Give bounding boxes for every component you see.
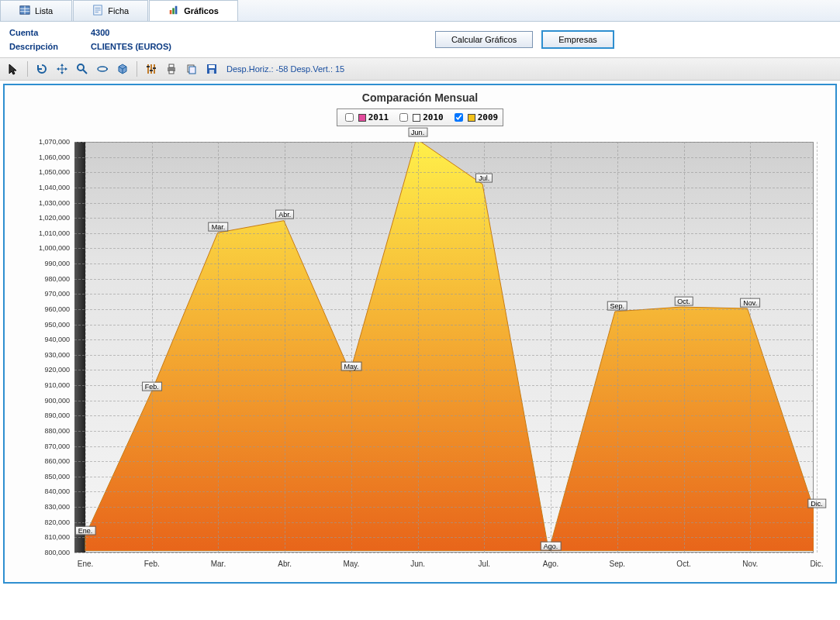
svg-rect-19 [147,66,150,67]
point-label: Ene. [75,526,96,536]
svg-point-13 [78,64,84,71]
y-tick: 860,000 [19,457,74,465]
y-tick: 960,000 [19,305,74,313]
chart-title: Comparación Mensual [11,91,829,104]
gridline-h [74,264,814,264]
gridline-h [74,248,814,249]
point-label: Feb. [142,381,162,391]
gridline-h [74,188,814,188]
y-tick: 950,000 [19,321,74,329]
copy-icon[interactable] [183,60,200,78]
x-tick: May. [343,560,359,568]
svg-rect-23 [169,64,174,67]
y-tick: 1,020,000 [19,214,74,222]
svg-rect-26 [189,67,195,74]
gridline-h [74,218,814,219]
info-panel: Cuenta 4300 Descripción CLIENTES (EUROS)… [0,22,840,57]
svg-rect-29 [209,70,214,74]
legend-item-2009[interactable]: 2009 [451,111,499,124]
legend-item-2011[interactable]: 2011 [342,111,389,124]
undo-icon[interactable] [33,60,50,78]
gridline-h [74,401,814,401]
gridline-h [74,355,814,356]
point-label: Jul. [475,174,493,183]
gridline-h [74,142,814,143]
account-value: 4300 [91,28,109,37]
gridline-h [74,203,814,204]
svg-rect-8 [170,10,172,14]
gridline-h [74,446,814,447]
tab-graficos[interactable]: Gráficos [149,0,238,21]
y-tick: 980,000 [19,275,74,283]
gridline-h [74,325,814,326]
point-label: Dic. [807,499,826,508]
point-label: May. [340,362,361,371]
gridline-h [74,553,814,553]
save-icon[interactable] [203,60,220,78]
gridline-h [74,279,814,280]
rotate-icon[interactable] [94,60,111,78]
gridline-h [74,522,814,523]
zoom-icon[interactable] [74,60,91,78]
gridline-h [74,507,814,508]
x-tick: Nov. [742,560,758,568]
svg-rect-20 [150,70,153,71]
account-label: Cuenta [9,28,67,37]
chart-legend: 201120102009 [11,108,829,126]
legend-checkbox[interactable] [345,113,354,122]
gridline-v [817,142,818,553]
move-icon[interactable] [54,60,71,78]
tab-label: Gráficos [184,6,219,16]
x-tick: Jul. [479,560,491,568]
point-label: Sep. [607,301,628,310]
y-tick: 910,000 [19,381,74,389]
chart-panel: Comparación Mensual 201120102009 800,000… [3,84,837,584]
x-tick: Oct. [676,560,690,568]
gridline-h [74,431,814,432]
x-tick: Ago. [543,560,559,568]
tab-lista[interactable]: Lista [0,0,72,21]
y-tick: 880,000 [19,427,74,435]
point-label: Mar. [209,222,229,231]
print-icon[interactable] [163,60,180,78]
point-label: Oct. [674,297,693,306]
tab-label: Ficha [108,6,129,16]
y-tick: 990,000 [19,260,74,267]
x-tick: Sep. [610,560,626,568]
settings-icon[interactable] [143,60,160,78]
point-label: Ago. [541,542,562,551]
gridline-h [74,157,814,158]
point-label: Nov. [740,298,760,308]
legend-item-2010[interactable]: 2010 [396,111,444,124]
gridline-h [74,233,814,234]
companies-button[interactable]: Empresas [542,31,614,48]
y-tick: 1,060,000 [19,153,74,161]
legend-year: 2011 [368,112,389,122]
form-icon [92,5,103,17]
gridline-h [74,415,814,416]
point-label: Jun. [408,128,427,137]
gridline-h [74,491,814,492]
calculate-button[interactable]: Calcular Gráficos [435,31,533,48]
tab-ficha[interactable]: Ficha [73,0,148,21]
3d-icon[interactable] [114,60,131,78]
y-tick: 800,000 [19,549,74,556]
y-tick: 1,050,000 [19,168,74,176]
x-tick: Ene. [78,560,94,568]
pointer-icon[interactable] [5,60,22,78]
svg-rect-17 [150,64,152,74]
legend-checkbox[interactable] [399,113,408,122]
x-tick: Feb. [144,560,160,568]
chart-icon [168,5,179,17]
gridline-h [74,309,814,310]
y-tick: 850,000 [19,473,74,480]
y-tick: 1,010,000 [19,229,74,237]
x-tick: Jun. [410,560,425,568]
legend-year: 2010 [423,112,444,122]
gridline-h [74,172,814,173]
chart-toolbar: Desp.Horiz.: -58 Desp.Vert.: 15 [0,57,840,81]
svg-rect-28 [209,65,215,68]
svg-rect-21 [153,67,156,69]
y-tick: 930,000 [19,351,74,359]
legend-checkbox[interactable] [455,113,463,122]
